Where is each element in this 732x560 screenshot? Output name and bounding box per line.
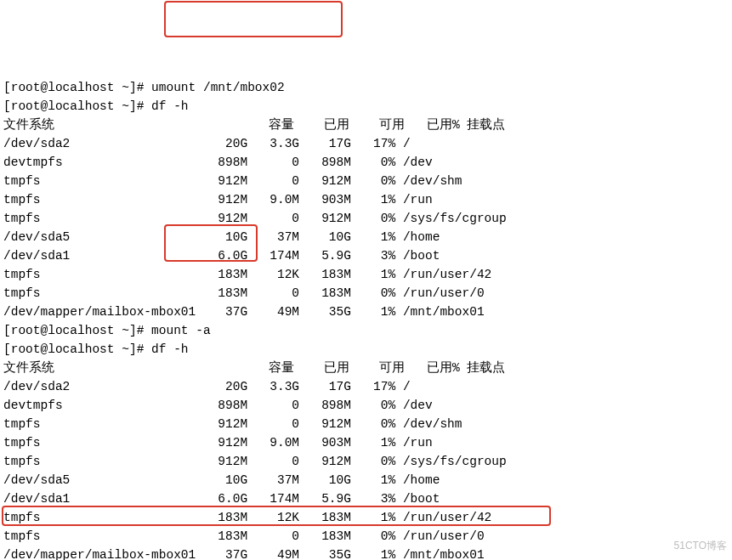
highlight-umount-dfh: [164, 1, 343, 37]
watermark: 51CTO博客: [674, 536, 727, 555]
terminal-output: [root@localhost ~]# umount /mnt/mbox02 […: [3, 78, 729, 560]
